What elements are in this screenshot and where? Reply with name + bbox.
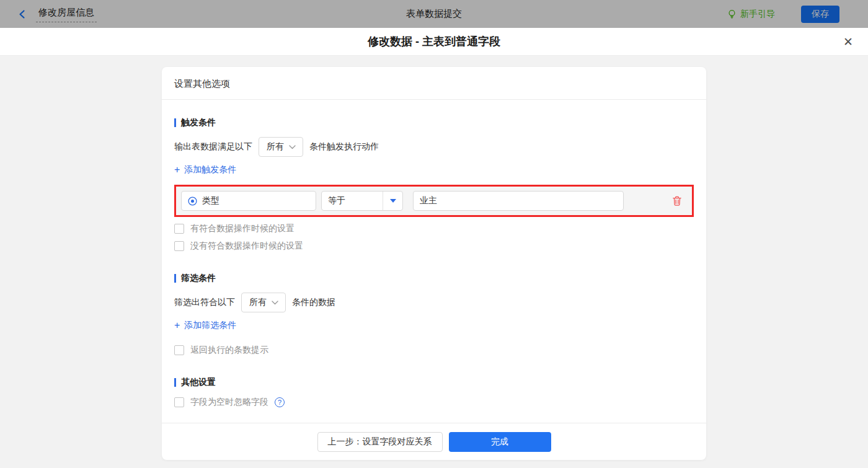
previous-step-button[interactable]: 上一步：设置字段对应关系 [317,432,443,452]
modal-dim-overlay [0,0,868,28]
trigger-logic-select[interactable]: 所有 [259,137,303,157]
trigger-logic-value: 所有 [267,141,284,152]
options-panel: 设置其他选项 触发条件 输出表数据满足以下 所有 条件触发执行动作 + 添 [162,67,706,460]
filter-logic-value: 所有 [249,297,267,308]
radio-field-icon [188,196,197,206]
done-button[interactable]: 完成 [449,432,551,452]
other-checkbox-row-ignore-empty[interactable]: 字段为空时忽略字段 ? [174,397,285,408]
top-bar: 修改房屋信息 表单数据提交 新手引导 保存 [0,0,868,28]
condition-field-value: 类型 [202,195,219,206]
filter-rule-prefix: 筛选出符合以下 [174,297,235,308]
filter-rule-row: 筛选出符合以下 所有 条件的数据 [174,293,694,312]
trigger-rule-suffix: 条件触发执行动作 [309,141,379,152]
panel-footer: 上一步：设置字段对应关系 完成 [162,423,706,460]
checkbox[interactable] [174,224,184,234]
trash-icon[interactable] [672,196,682,206]
panel-header: 设置其他选项 [162,67,706,100]
trigger-condition-row: 类型 等于 业主 [174,185,694,217]
filter-rule-suffix: 条件的数据 [292,297,335,308]
plus-icon: + [174,320,180,330]
modal-header: 修改数据 - 主表到普通字段 ✕ [0,28,868,56]
plus-icon: + [174,165,180,175]
condition-operator-value: 等于 [322,192,383,210]
section-accent-bar [174,378,176,387]
condition-operator-select[interactable]: 等于 [321,191,403,211]
other-section-title: 其他设置 [174,377,694,388]
filter-checkbox-row-count-tip[interactable]: 返回执行的条数提示 [174,345,268,356]
section-accent-bar [174,118,176,127]
add-filter-condition-link[interactable]: + 添加筛选条件 [174,320,236,331]
checkbox[interactable] [174,345,184,355]
condition-field-select[interactable]: 类型 [181,191,316,211]
trigger-checkbox-row-has-match[interactable]: 有符合数据操作时候的设置 [174,223,294,234]
trigger-rule-prefix: 输出表数据满足以下 [174,141,252,152]
trigger-rule-row: 输出表数据满足以下 所有 条件触发执行动作 [174,137,694,157]
modal-title: 修改数据 - 主表到普通字段 [368,34,500,49]
filter-logic-select[interactable]: 所有 [241,293,286,312]
filter-section-title: 筛选条件 [174,273,694,284]
checkbox[interactable] [174,397,184,407]
chevron-down-icon [272,301,278,305]
trigger-checkbox-row-no-match[interactable]: 没有符合数据操作时候的设置 [174,241,303,252]
caret-down-icon [383,192,402,210]
checkbox[interactable] [174,241,184,251]
close-icon[interactable]: ✕ [843,36,853,48]
trigger-section-title: 触发条件 [174,117,694,128]
section-accent-bar [174,274,176,283]
add-trigger-condition-link[interactable]: + 添加触发条件 [174,164,236,175]
help-icon[interactable]: ? [275,397,285,407]
condition-value-input[interactable]: 业主 [413,191,624,211]
chevron-down-icon [289,145,296,149]
panel-content: 触发条件 输出表数据满足以下 所有 条件触发执行动作 + 添加触发条件 [162,100,706,423]
modal-body: 设置其他选项 触发条件 输出表数据满足以下 所有 条件触发执行动作 + 添 [0,56,868,468]
